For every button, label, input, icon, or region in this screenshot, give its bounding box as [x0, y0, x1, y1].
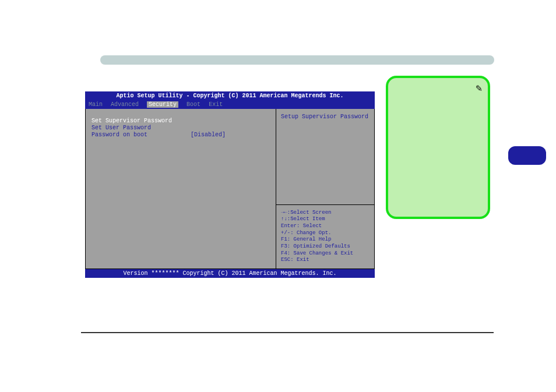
key-change-opt: +/-: Change Opt.: [281, 230, 370, 237]
note-callout-box: ✎: [386, 76, 490, 219]
key-select-item: ↑↓:Select Item: [281, 216, 370, 223]
bios-menu-bar: Main Advanced Security Boot Exit: [85, 100, 375, 109]
side-tab[interactable]: [508, 146, 546, 165]
menu-security[interactable]: Security: [147, 101, 178, 108]
setting-supervisor-password[interactable]: Set Supervisor Password: [92, 118, 270, 124]
setting-label: Password on boot: [92, 132, 191, 138]
page-header-bar: [100, 55, 494, 65]
divider-line: [81, 332, 494, 333]
bios-title: Aptio Setup Utility - Copyright (C) 2011…: [85, 91, 375, 100]
key-select-screen: →←:Select Screen: [281, 210, 370, 217]
bios-settings-panel: Set Supervisor Password Set User Passwor…: [85, 109, 276, 269]
key-save-exit: F4: Save Changes & Exit: [281, 250, 370, 257]
bios-help-text: Setup Supervisor Password: [276, 109, 375, 205]
key-enter: Enter: Select: [281, 223, 370, 230]
bios-window: Aptio Setup Utility - Copyright (C) 2011…: [85, 91, 375, 278]
bios-footer: Version ******** Copyright (C) 2011 Amer…: [85, 269, 375, 278]
bios-right-panel: Setup Supervisor Password →←:Select Scre…: [276, 109, 375, 269]
setting-value: [Disabled]: [191, 132, 226, 138]
setting-password-on-boot[interactable]: Password on boot [Disabled]: [92, 132, 270, 138]
menu-exit[interactable]: Exit: [209, 101, 223, 108]
menu-main[interactable]: Main: [89, 101, 103, 108]
pencil-icon: ✎: [476, 82, 482, 94]
menu-boot[interactable]: Boot: [186, 101, 200, 108]
key-optimized-defaults: F3: Optimized Defaults: [281, 243, 370, 250]
setting-user-password[interactable]: Set User Password: [92, 125, 270, 131]
bios-body: Set Supervisor Password Set User Passwor…: [85, 109, 375, 269]
key-esc-exit: ESC: Exit: [281, 257, 370, 264]
bios-key-legend: →←:Select Screen ↑↓:Select Item Enter: S…: [276, 205, 375, 270]
setting-label: Set Supervisor Password: [92, 118, 191, 124]
menu-advanced[interactable]: Advanced: [111, 101, 139, 108]
setting-label: Set User Password: [92, 125, 191, 131]
key-general-help: F1: General Help: [281, 236, 370, 243]
